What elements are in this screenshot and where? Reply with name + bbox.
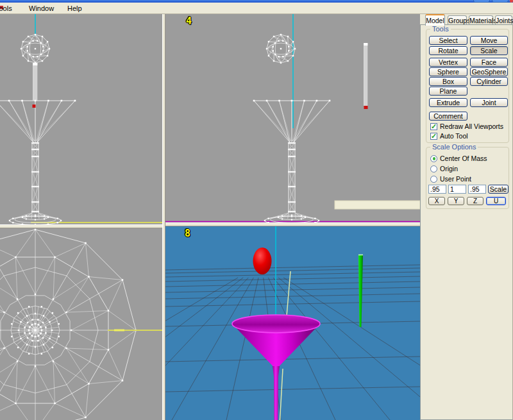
radio-circle[interactable] [430, 155, 437, 162]
check-icon: ✓ [431, 133, 437, 140]
sphere-button[interactable]: Sphere [429, 67, 467, 76]
joint-button[interactable]: Joint [470, 98, 508, 107]
checkbox-box[interactable]: ✓ [430, 123, 437, 130]
tools-groupbox: Tools Select Move Rotate Scale Vertex Fa… [426, 29, 509, 143]
auto-tool-checkbox[interactable]: ✓ Auto Tool [430, 132, 468, 140]
viewport-label-4: 4 [186, 15, 192, 27]
box-button[interactable]: Box [429, 77, 467, 86]
scale-apply-button[interactable]: Scale [488, 185, 509, 194]
face-button[interactable]: Face [470, 58, 508, 67]
cylinder-button[interactable]: Cylinder [470, 77, 508, 86]
scale-tool-button[interactable]: Scale [470, 46, 508, 55]
model-tab-page: Tools Select Move Rotate Scale Vertex Fa… [420, 24, 513, 420]
axis-y-button[interactable]: Y [448, 197, 464, 205]
plane-button[interactable]: Plane [429, 87, 467, 96]
rotate-button[interactable]: Rotate [429, 46, 467, 55]
center-of-mass-radio[interactable]: Center Of Mass [430, 155, 487, 162]
viewport-side[interactable]: 4 [165, 14, 420, 223]
tab-joints[interactable]: Joints [495, 15, 512, 25]
scale-z-input[interactable] [468, 185, 486, 194]
menu-window[interactable]: Window [29, 4, 54, 12]
radio-circle[interactable] [430, 176, 437, 183]
select-button[interactable]: Select [429, 36, 467, 45]
viewport-top[interactable] [0, 228, 162, 420]
check-icon: ✓ [431, 123, 437, 130]
scale-x-input[interactable] [428, 185, 446, 194]
viewport-splitter-horizontal-right[interactable] [165, 223, 420, 226]
viewport-3d[interactable]: 8 [165, 226, 420, 420]
move-button[interactable]: Move [470, 36, 508, 45]
comment-button[interactable]: Comment [429, 112, 467, 121]
side-panel: Model Groups Materials Joints Tools Sele… [420, 14, 513, 420]
checkbox-label: Auto Tool [440, 132, 468, 140]
extrude-button[interactable]: Extrude [429, 98, 467, 107]
tab-model[interactable]: Model [425, 14, 445, 26]
scale-y-input[interactable] [448, 185, 466, 194]
axis-u-button[interactable]: U [486, 197, 506, 205]
checkbox-box[interactable]: ✓ [430, 133, 437, 140]
radio-dot-icon [433, 157, 436, 160]
radio-label: User Point [440, 175, 471, 183]
vertex-button[interactable]: Vertex [429, 58, 467, 67]
redraw-all-viewports-checkbox[interactable]: ✓ Redraw All Viewports [430, 122, 503, 130]
viewport-splitter-vertical[interactable] [162, 14, 165, 420]
scale-options-group-label: Scale Options [430, 143, 478, 151]
tab-materials[interactable]: Materials [469, 15, 493, 25]
checkbox-label: Redraw All Viewports [440, 122, 503, 130]
axis-z-button[interactable]: Z [467, 197, 484, 205]
viewport-splitter-horizontal-left[interactable] [0, 224, 162, 228]
axis-x-button[interactable]: X [428, 197, 445, 205]
tab-groups[interactable]: Groups [448, 15, 467, 25]
app-window: Tools Window Help 4 8 Model Groups Mater… [0, 0, 513, 420]
menu-help[interactable]: Help [67, 4, 82, 12]
perspective-canvas [165, 226, 420, 420]
geosphere-button[interactable]: GeoSphere [470, 67, 508, 76]
viewport-front[interactable] [0, 14, 162, 224]
front-wireframe-canvas [0, 14, 162, 224]
radio-label: Origin [440, 165, 458, 172]
user-point-radio[interactable]: User Point [430, 175, 471, 183]
menu-tools[interactable]: Tools [0, 4, 12, 12]
origin-radio[interactable]: Origin [430, 165, 458, 172]
radio-label: Center Of Mass [440, 155, 487, 162]
viewport-label-8: 8 [185, 228, 190, 239]
side-wireframe-canvas [165, 14, 420, 223]
scale-options-groupbox: Scale Options Center Of Mass Origin User… [426, 147, 509, 209]
top-wireframe-canvas [0, 228, 162, 420]
menu-bar: Tools Window Help [0, 3, 513, 14]
radio-circle[interactable] [430, 165, 437, 172]
